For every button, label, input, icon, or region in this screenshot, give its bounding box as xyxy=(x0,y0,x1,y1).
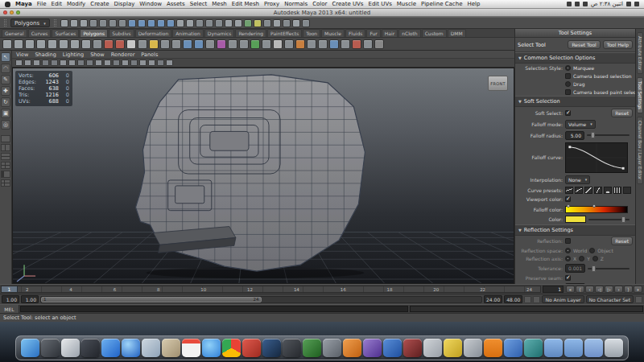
curve-preset-button[interactable] xyxy=(623,187,631,194)
falloff-color-ramp[interactable] xyxy=(565,206,628,213)
status-icon[interactable] xyxy=(147,19,155,27)
menu-bar-clock[interactable]: اثنين ٢:٣٨ ص xyxy=(591,1,623,7)
status-icon[interactable] xyxy=(205,19,213,27)
viewport-toolbar-icon[interactable] xyxy=(60,60,67,66)
shelf-tab[interactable]: Subdivs xyxy=(109,29,134,37)
playback-button[interactable]: › xyxy=(614,286,623,293)
shelf-icon[interactable] xyxy=(126,39,136,49)
dock-icon[interactable] xyxy=(504,339,522,357)
dock-icon[interactable] xyxy=(564,339,583,357)
status-icon[interactable] xyxy=(186,19,194,27)
shelf-icon[interactable] xyxy=(36,39,46,49)
panel-menu-item[interactable]: Show xyxy=(90,51,105,58)
shelf-icon[interactable] xyxy=(183,39,192,49)
dock-icon[interactable] xyxy=(323,339,341,357)
layout-preset-button[interactable] xyxy=(1,179,10,187)
character-set-icon[interactable] xyxy=(524,296,531,303)
animation-preferences-icon[interactable] xyxy=(635,296,642,303)
dock-icon[interactable] xyxy=(584,339,603,357)
dock-icon[interactable] xyxy=(41,339,60,357)
shelf-icon[interactable] xyxy=(104,39,114,49)
curve-preset-button[interactable] xyxy=(613,187,621,194)
curve-preset-button[interactable] xyxy=(594,187,602,194)
toolbox-tool-icon[interactable]: ↻ xyxy=(1,97,10,107)
toolbox-tool-icon[interactable]: ◎ xyxy=(1,120,10,130)
layout-preset-button[interactable] xyxy=(1,135,10,142)
layout-preset-button[interactable] xyxy=(1,162,10,169)
status-icon[interactable] xyxy=(273,19,281,27)
dock-icon[interactable] xyxy=(182,339,200,357)
section-header[interactable]: ▼ Reflection Settings xyxy=(515,224,635,236)
layout-preset-button[interactable] xyxy=(1,144,10,151)
shelf-icon[interactable] xyxy=(318,39,328,49)
layout-preset-button[interactable] xyxy=(1,153,10,160)
display-icon[interactable] xyxy=(567,2,572,6)
dock-icon[interactable] xyxy=(262,339,281,357)
shelf-icon[interactable] xyxy=(262,39,271,49)
status-icon[interactable] xyxy=(99,19,107,27)
tool-settings-header[interactable]: Tool Settings xyxy=(515,29,635,38)
playback-button[interactable]: ‹ xyxy=(585,286,594,293)
shelf-icon[interactable] xyxy=(81,39,91,49)
interpolation-dropdown[interactable]: None ▾ xyxy=(565,175,590,184)
viewport-toolbar-icon[interactable] xyxy=(15,60,23,66)
current-frame-marker[interactable]: 1 xyxy=(2,286,18,292)
shelf-tab[interactable]: Dynamics xyxy=(204,29,235,37)
tool-help-button[interactable]: Tool Help xyxy=(603,40,633,49)
color-slider[interactable] xyxy=(588,219,630,220)
shelf-icon[interactable] xyxy=(352,39,361,49)
menu-item[interactable]: Create xyxy=(90,1,109,7)
shelf-tab[interactable]: nCloth xyxy=(398,29,421,37)
current-time-field[interactable]: 1 xyxy=(543,286,564,293)
status-icon[interactable] xyxy=(167,19,175,27)
dock-icon[interactable] xyxy=(383,339,402,357)
playback-button[interactable]: ◁ xyxy=(595,286,604,293)
menu-item[interactable]: Create UVs xyxy=(332,1,363,7)
shelf-tab[interactable]: Fluids xyxy=(345,29,366,37)
status-icon[interactable] xyxy=(118,19,126,27)
shelf-icon[interactable] xyxy=(93,39,102,49)
status-icon[interactable] xyxy=(244,19,252,27)
shelf-icon[interactable] xyxy=(273,39,283,49)
shelf-icon[interactable] xyxy=(149,39,159,49)
menu-item[interactable]: Assets xyxy=(167,1,185,7)
status-icon[interactable] xyxy=(157,19,165,27)
shelf-tab[interactable]: Toon xyxy=(303,29,320,37)
front-view-cube[interactable]: FRONT xyxy=(488,76,508,91)
status-icon[interactable] xyxy=(292,19,300,27)
toolbox-tool-icon[interactable]: ✚ xyxy=(1,86,10,96)
marquee-radio[interactable] xyxy=(565,65,571,71)
status-icon[interactable] xyxy=(225,19,233,27)
dock-icon[interactable] xyxy=(464,339,482,357)
reflection-checkbox[interactable] xyxy=(565,238,571,244)
layout-preset-button[interactable] xyxy=(1,171,10,178)
panel-tab[interactable]: Channel Box / Layer Editor xyxy=(637,117,643,183)
viewport-toolbar-icon[interactable] xyxy=(95,60,102,66)
menu-set-dropdown[interactable]: Polygons ▾ xyxy=(10,19,50,27)
shelf-icon[interactable] xyxy=(228,39,237,49)
viewport-canvas[interactable]: Verts: 606 0 Edges: 1243 0 Faces: 638 0 xyxy=(12,68,514,284)
shelf-tab[interactable]: Animation xyxy=(172,29,204,37)
slider-knob[interactable] xyxy=(621,216,625,223)
shelf-icon[interactable] xyxy=(59,39,68,49)
shelf-icon[interactable] xyxy=(341,39,350,49)
grip-handle[interactable] xyxy=(4,19,6,27)
status-icon[interactable] xyxy=(254,19,262,27)
toolbox-tool-icon[interactable]: ◠ xyxy=(1,64,10,73)
shelf-icon[interactable] xyxy=(70,39,80,49)
shelf-icon[interactable] xyxy=(171,39,181,49)
viewport-3d-scene[interactable] xyxy=(13,68,514,283)
tolerance-slider[interactable] xyxy=(588,268,630,269)
menu-item[interactable]: Pipeline Cache xyxy=(421,1,462,7)
character-set-dropdown[interactable]: No Character Set xyxy=(586,295,634,303)
shelf-icon[interactable] xyxy=(14,39,23,49)
dock-icon[interactable] xyxy=(81,339,100,357)
playback-end-field[interactable]: 24.00 xyxy=(484,295,502,303)
anim-layer-dropdown[interactable]: No Anim Layer xyxy=(542,295,584,303)
viewport-toolbar-icon[interactable] xyxy=(157,60,164,66)
soft-select-checkbox[interactable] xyxy=(565,110,571,116)
playback-button[interactable]: ⟨ xyxy=(576,286,584,293)
panel-menu-item[interactable]: Panels xyxy=(141,51,158,58)
panel-menu-item[interactable]: View xyxy=(16,51,28,58)
playback-button[interactable]: » xyxy=(634,286,642,293)
